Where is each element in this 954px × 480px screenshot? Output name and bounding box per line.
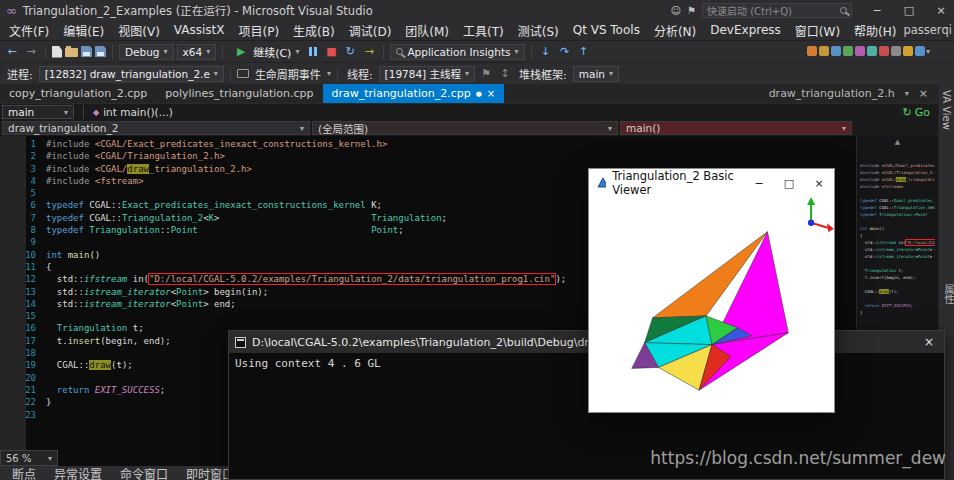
restart-icon[interactable]: ↻	[342, 45, 358, 58]
menu-item[interactable]: 帮助(H)	[847, 20, 903, 40]
extension-icon[interactable]	[819, 46, 829, 56]
go-label: Go	[915, 106, 930, 119]
search-icon	[840, 7, 847, 14]
tab-draw_triangulation_2.cpp[interactable]: draw_triangulation_2.cpp●×	[323, 84, 505, 103]
lifecycle-events-button[interactable]: 生命周期事件	[252, 66, 324, 82]
continue-button[interactable]: ▶ 继续(C) ▾	[229, 44, 303, 60]
va-scope-combo[interactable]: main ▾	[2, 105, 74, 119]
viewer-minimize-button[interactable]: −	[744, 169, 774, 197]
tab-list-chevron-icon[interactable]: ▾	[905, 89, 909, 98]
close-button[interactable]: ×	[928, 0, 954, 20]
process-combo[interactable]: [12832] draw_triangulation_2.e ▾	[39, 66, 224, 82]
toggle-threads-icon[interactable]: ↕	[497, 67, 513, 80]
console-title-bar[interactable]: D:\local\CGAL-5.0.2\examples\Triangulati…	[229, 331, 944, 353]
menu-item[interactable]: 窗口(W)	[788, 20, 847, 40]
extension-icon[interactable]	[915, 46, 925, 56]
viewer-window[interactable]: Triangulation_2 Basic Viewer − □ ×	[588, 168, 835, 413]
extension-icon[interactable]	[903, 46, 913, 56]
extension-icon[interactable]	[807, 46, 817, 56]
step-into-icon[interactable]: ↓	[538, 45, 554, 58]
viewer-canvas-area[interactable]	[589, 197, 834, 412]
menu-item[interactable]: 生成(B)	[286, 20, 342, 40]
menu-item[interactable]: VAssistX	[167, 20, 232, 40]
extension-icon[interactable]	[891, 46, 901, 56]
tab-close-icon[interactable]: ×	[919, 87, 928, 100]
menu-item[interactable]: 调试(D)	[342, 20, 399, 40]
menu-item[interactable]: 工具(T)	[456, 20, 511, 40]
stop-debugging-icon[interactable]: ■	[323, 45, 339, 58]
navigate-forward-icon[interactable]: →	[23, 45, 39, 58]
bottom-tab-断点[interactable]: 断点	[4, 466, 44, 480]
stack-frame-combo[interactable]: main ▾	[573, 66, 619, 82]
scroll-up-icon[interactable]: ▲	[857, 136, 938, 148]
go-refresh-icon: ↻	[903, 106, 912, 119]
extension-icon[interactable]	[831, 46, 841, 56]
quick-launch-search[interactable]: 快速启动 (Ctrl+Q)	[702, 3, 852, 18]
extension-icon[interactable]	[867, 46, 877, 56]
application-insights-combo[interactable]: Application Insights ▾	[390, 44, 524, 60]
va-view-tab[interactable]: VA View	[941, 90, 952, 130]
standard-toolbar: ← → Debug ▾ x64 ▾ ▶ 继续(C) ▾ ■ ↻ → Applic…	[0, 40, 954, 62]
separator	[83, 105, 84, 119]
break-all-icon[interactable]	[306, 47, 320, 56]
menu-item[interactable]: 团队(M)	[398, 20, 456, 40]
tab-copy_triangulation_2.cpp[interactable]: copy_triangulation_2.cpp	[0, 84, 156, 103]
thread-combo[interactable]: [19784] 主线程 ▾	[379, 66, 475, 82]
open-folder-icon[interactable]	[65, 48, 78, 57]
menu-item[interactable]: 视图(V)	[111, 20, 167, 40]
extension-icon[interactable]	[879, 46, 889, 56]
solution-config-combo[interactable]: Debug ▾	[119, 44, 174, 60]
member-combo[interactable]: main() ▾	[620, 121, 852, 135]
platform-value: x64	[183, 46, 203, 58]
tab-draw-triangulation-2-h[interactable]: draw_triangulation_2.h	[769, 87, 895, 100]
tab-close-icon[interactable]: ×	[487, 88, 495, 99]
menu-item[interactable]: 文件(F)	[2, 20, 56, 40]
viewer-maximize-button[interactable]: □	[774, 169, 804, 197]
menu-item[interactable]: Qt VS Tools	[566, 20, 647, 40]
menu-item[interactable]: 分析(N)	[647, 20, 703, 40]
navigate-back-icon[interactable]: ←	[4, 45, 20, 58]
viewer-close-button[interactable]: ×	[804, 169, 834, 197]
console-close-button[interactable]: ×	[914, 331, 944, 353]
show-next-statement-icon[interactable]: →	[361, 45, 377, 58]
chevron-down-icon: ▾	[465, 69, 469, 78]
process-value: [12832] draw_triangulation_2.e	[45, 68, 210, 80]
step-over-icon[interactable]: ↷	[557, 45, 573, 58]
extension-icon[interactable]	[843, 46, 853, 56]
file-scope-value: draw_triangulation_2	[8, 122, 118, 134]
extension-icon[interactable]	[855, 46, 865, 56]
tab-polylines_triangulation.cpp[interactable]: polylines_triangulation.cpp	[156, 84, 322, 103]
save-icon[interactable]	[81, 46, 92, 57]
thread-label: 线程:	[344, 66, 376, 82]
chevron-down-icon: ▾	[64, 108, 68, 117]
notifications-icon[interactable]: ⚑	[687, 5, 696, 16]
zoom-control[interactable]: 56 % ▾	[0, 450, 58, 466]
step-out-icon[interactable]: ↑	[576, 45, 592, 58]
toolbar-overflow-icon[interactable]: ▾	[926, 47, 930, 56]
maximize-button[interactable]: □	[896, 0, 922, 20]
properties-tab[interactable]: 属性	[941, 284, 954, 304]
viewer-icon	[597, 177, 606, 189]
viewer-title-bar[interactable]: Triangulation_2 Basic Viewer − □ ×	[589, 169, 834, 197]
new-file-icon[interactable]	[52, 46, 62, 58]
feedback-icon[interactable]: ☺	[671, 5, 681, 16]
global-scope-combo[interactable]: (全局范围) ▾	[312, 121, 618, 135]
platform-combo[interactable]: x64 ▾	[177, 44, 217, 60]
separator	[531, 45, 532, 59]
minimize-button[interactable]: −	[864, 0, 890, 20]
flag-icon[interactable]: ⚑	[478, 67, 494, 80]
bottom-tab-异常设置[interactable]: 异常设置	[46, 466, 110, 480]
chevron-down-icon: ▾	[300, 124, 304, 133]
menu-item[interactable]: DevExpress	[703, 20, 788, 40]
menu-item[interactable]: 编辑(E)	[56, 20, 111, 40]
user-name[interactable]: passerqi	[903, 23, 951, 37]
chevron-down-icon: ▾	[327, 69, 331, 78]
console-output: Using context 4 . 6 GL	[229, 353, 944, 375]
triangulation-canvas[interactable]	[589, 197, 834, 412]
save-all-icon[interactable]	[95, 46, 106, 57]
menu-item[interactable]: 测试(S)	[511, 20, 566, 40]
bottom-tab-命令窗口[interactable]: 命令窗口	[112, 466, 176, 480]
file-scope-combo[interactable]: draw_triangulation_2 ▾	[2, 121, 310, 135]
separator	[112, 45, 113, 59]
menu-item[interactable]: 项目(P)	[231, 20, 286, 40]
